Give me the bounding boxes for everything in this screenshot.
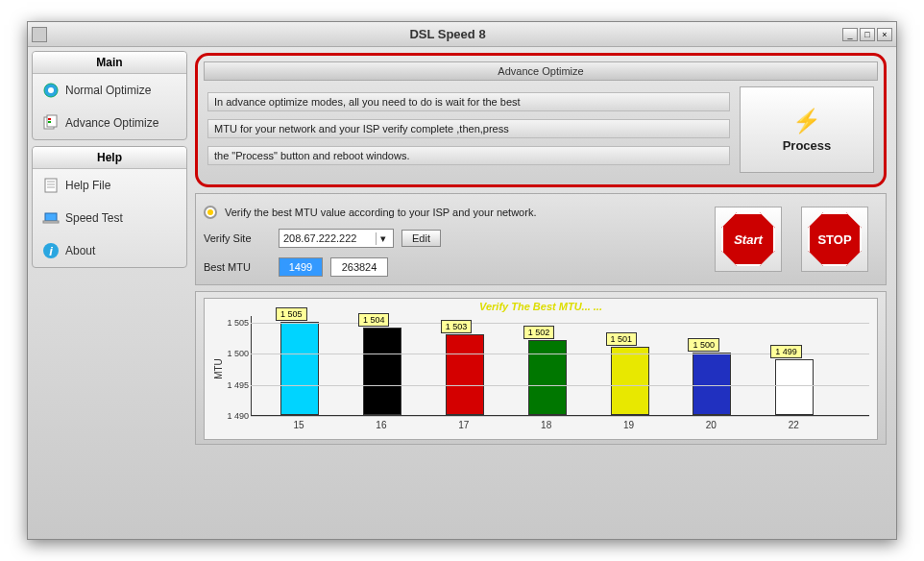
data-label: 1 503 [441, 320, 473, 333]
sidebar-item-label: Help File [65, 179, 110, 192]
svg-point-1 [48, 87, 54, 93]
sidebar-item-help-file[interactable]: Help File [33, 169, 186, 202]
xtick-label: 16 [357, 420, 405, 430]
stop-button-wrap: STOP [801, 207, 868, 272]
chart-bar [611, 347, 649, 416]
sidebar-item-about[interactable]: i About [33, 234, 186, 267]
data-label: 1 500 [688, 338, 719, 352]
stop-button[interactable]: STOP [808, 212, 862, 266]
chart-bar [446, 334, 484, 416]
chart-bar [363, 328, 401, 415]
verify-site-value: 208.67.222.222 [283, 232, 356, 244]
titlebar: DSL Speed 8 _ □ × [28, 22, 896, 47]
xtick-label: 18 [523, 420, 571, 430]
info-icon: i [42, 242, 60, 259]
xtick-label: 20 [687, 420, 735, 430]
best-mtu-label: Best MTU [204, 261, 271, 273]
minimize-button[interactable]: _ [842, 28, 858, 41]
process-label: Process [783, 138, 832, 153]
svg-rect-6 [45, 179, 57, 192]
chart-bar [775, 359, 814, 416]
app-icon [32, 27, 47, 42]
advance-body: In advance optimize modes, all you need … [204, 81, 878, 179]
gridline [251, 385, 869, 386]
xtick-label: 22 [769, 420, 817, 430]
sidebar-main-header: Main [33, 52, 186, 74]
advance-optimize-panel: Advance Optimize In advance optimize mod… [195, 53, 887, 187]
sidebar-item-advance-optimize[interactable]: Advance Optimize [33, 107, 186, 139]
verify-radio-label: Verify the best MTU value according to y… [225, 207, 536, 218]
best-mtu-bytes[interactable]: 263824 [330, 257, 388, 277]
notepad-icon [42, 177, 60, 194]
chart-title: Verify The Best MTU... ... [205, 301, 877, 312]
xtick-label: 19 [605, 420, 653, 430]
verify-site-row: Verify Site 208.67.222.222 ▾ Edit [204, 229, 705, 248]
advance-line1: In advance optimize modes, all you need … [207, 92, 730, 111]
advance-icon [42, 114, 60, 132]
verify-radio-row: Verify the best MTU value according to y… [204, 206, 705, 219]
sidebar-help-panel: Help Help File Speed Test i About [32, 146, 187, 268]
chart-plot [251, 316, 869, 416]
sidebar-help-header: Help [33, 147, 186, 169]
window-body: Main Normal Optimize Advance Optimize He… [28, 47, 896, 539]
window-title: DSL Speed 8 [53, 27, 842, 41]
chart-panel: Verify The Best MTU... ... MTU 1 4901 49… [195, 291, 887, 445]
advance-header: Advance Optimize [204, 61, 878, 81]
window-controls: _ □ × [842, 28, 892, 41]
sidebar-item-label: Speed Test [65, 211, 123, 225]
edit-button[interactable]: Edit [401, 230, 441, 247]
chart-bar [693, 353, 731, 415]
data-label: 1 501 [606, 332, 638, 346]
verify-site-label: Verify Site [204, 232, 271, 244]
start-button[interactable]: Start [721, 212, 775, 266]
sidebar: Main Normal Optimize Advance Optimize He… [28, 47, 191, 539]
svg-rect-11 [43, 221, 59, 223]
sidebar-item-normal-optimize[interactable]: Normal Optimize [33, 74, 186, 107]
chart-area: Verify The Best MTU... ... MTU 1 4901 49… [204, 298, 878, 440]
sidebar-item-label: About [65, 244, 95, 257]
sidebar-item-label: Normal Optimize [65, 84, 151, 97]
data-label: 1 502 [523, 326, 555, 339]
verify-radio[interactable] [204, 206, 217, 219]
chart-bar [280, 322, 319, 416]
ytick-label: 1 505 [222, 318, 249, 328]
start-stop-group: Start STOP [705, 202, 878, 277]
app-window: DSL Speed 8 _ □ × Main Normal Optimize A… [27, 21, 897, 540]
advance-text: In advance optimize modes, all you need … [207, 86, 730, 173]
best-mtu-row: Best MTU 1499 263824 [204, 257, 705, 277]
ytick-label: 1 500 [222, 349, 249, 358]
svg-rect-5 [48, 121, 51, 123]
maximize-button[interactable]: □ [860, 28, 875, 41]
verify-site-combo[interactable]: 208.67.222.222 ▾ [279, 229, 394, 248]
verify-panel: Verify the best MTU value according to y… [195, 193, 887, 285]
process-button[interactable]: ⚡ Process [740, 86, 874, 173]
lightning-icon: ⚡ [792, 108, 821, 134]
verify-controls: Verify the best MTU value according to y… [204, 202, 705, 277]
sidebar-item-label: Advance Optimize [65, 116, 158, 130]
gridline [251, 416, 869, 417]
advance-line3: the "Process" button and reboot windows. [207, 146, 730, 165]
data-label: 1 504 [358, 313, 390, 327]
best-mtu-value[interactable]: 1499 [279, 257, 323, 277]
laptop-icon [42, 209, 60, 227]
svg-text:i: i [49, 244, 53, 258]
data-label: 1 499 [770, 345, 802, 358]
svg-rect-10 [45, 213, 57, 221]
xtick-label: 17 [440, 420, 488, 430]
chevron-down-icon: ▾ [376, 232, 389, 245]
sidebar-item-speed-test[interactable]: Speed Test [33, 202, 186, 234]
sidebar-main-panel: Main Normal Optimize Advance Optimize [32, 51, 187, 140]
close-button[interactable]: × [877, 28, 892, 41]
svg-rect-4 [48, 118, 51, 120]
gridline [251, 323, 869, 324]
ytick-label: 1 495 [222, 380, 249, 390]
xtick-label: 15 [275, 420, 323, 430]
chart-bar [528, 340, 567, 415]
advance-line2: MTU for your network and your ISP verify… [207, 119, 730, 138]
start-button-wrap: Start [715, 207, 782, 272]
chart-ylabel: MTU [213, 358, 224, 379]
gear-icon [42, 82, 60, 99]
ytick-label: 1 490 [222, 411, 249, 421]
main-area: Advance Optimize In advance optimize mod… [191, 47, 896, 539]
